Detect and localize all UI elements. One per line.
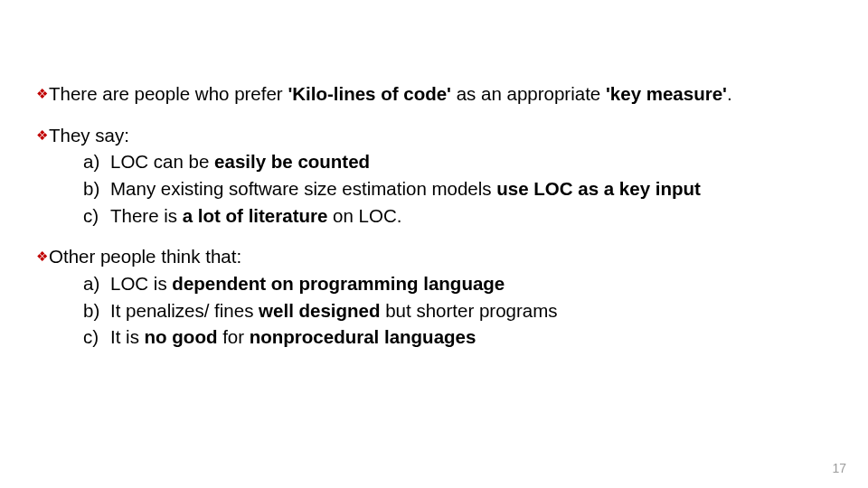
lead-text: .	[727, 83, 732, 104]
list-item: There is a lot of literature on LOC.	[110, 203, 832, 229]
list-item: It penalizes/ fines well designed but sh…	[110, 298, 832, 324]
item-bold: dependent on programming language	[172, 273, 505, 294]
list-item: Many existing software size estimation m…	[110, 176, 832, 202]
item-text: LOC can be	[110, 151, 214, 172]
lead-text: Other people think that:	[49, 246, 241, 267]
item-bold: use LOC as a key input	[496, 178, 701, 199]
lead-bold: 'key measure'	[606, 83, 727, 104]
slide: ❖There are people who prefer 'Kilo-lines…	[0, 0, 868, 488]
item-bold: nonprocedural languages	[250, 326, 476, 347]
item-text: Many existing software size estimation m…	[110, 178, 496, 199]
diamond-bullet-icon: ❖	[36, 127, 48, 143]
item-bold: easily be counted	[214, 151, 370, 172]
bullet-lead: ❖Other people think that:	[36, 244, 832, 269]
item-text: There is	[110, 205, 183, 226]
lead-bold: 'Kilo-lines of code'	[288, 83, 451, 104]
item-bold: a lot of literature	[183, 205, 328, 226]
lead-text: as an appropriate	[451, 83, 606, 104]
diamond-bullet-icon: ❖	[36, 86, 48, 101]
list-item: It is no good for nonprocedural language…	[110, 324, 832, 350]
item-bold: no good	[145, 326, 218, 347]
item-text: but shorter programs	[381, 300, 558, 321]
item-text: on LOC.	[327, 205, 401, 226]
lead-text: They say:	[49, 125, 129, 145]
item-text: It is	[110, 326, 145, 347]
ordered-sublist: LOC can be easily be counted Many existi…	[36, 149, 832, 228]
bullet-block: ❖Other people think that: LOC is depende…	[36, 244, 832, 350]
bullet-lead: ❖They say:	[36, 123, 832, 148]
diamond-bullet-icon: ❖	[36, 249, 48, 264]
item-text: for	[217, 326, 249, 347]
item-text: It penalizes/ fines	[110, 300, 259, 321]
bullet-lead: ❖There are people who prefer 'Kilo-lines…	[36, 81, 832, 107]
lead-text: There are people who prefer	[49, 83, 288, 104]
ordered-sublist: LOC is dependent on programming language…	[36, 271, 832, 350]
bullet-block: ❖There are people who prefer 'Kilo-lines…	[36, 81, 832, 107]
item-bold: well designed	[259, 300, 380, 321]
bullet-block: ❖They say: LOC can be easily be counted …	[36, 123, 832, 229]
item-text: LOC is	[110, 273, 172, 294]
page-number: 17	[832, 461, 846, 475]
list-item: LOC is dependent on programming language	[110, 271, 832, 296]
list-item: LOC can be easily be counted	[110, 149, 832, 174]
